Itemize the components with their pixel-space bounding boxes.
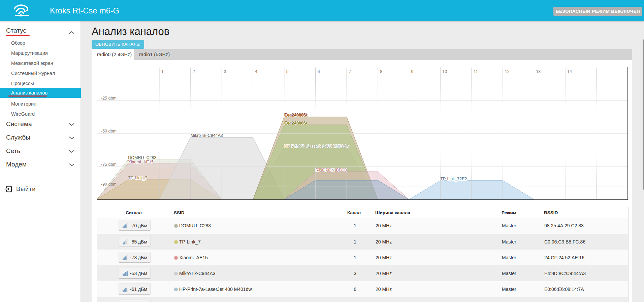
svg-text:Eec240805t: Eec240805t bbox=[285, 121, 308, 126]
svg-text:TP-Link_72E2: TP-Link_72E2 bbox=[440, 177, 467, 181]
svg-text:HP-Print-7a-LaserJet 400 M401d: HP-Print-7a-LaserJet 400 M401dw bbox=[284, 144, 349, 149]
svg-text:10: 10 bbox=[442, 69, 447, 74]
svg-text:8: 8 bbox=[380, 69, 382, 74]
svg-text:RT-GPON-BFC8: RT-GPON-BFC8 bbox=[316, 168, 347, 173]
svg-text:9: 9 bbox=[411, 69, 414, 74]
svg-text:6: 6 bbox=[318, 69, 320, 74]
svg-text:Eec240805t: Eec240805t bbox=[285, 113, 308, 118]
svg-text:Xiaomi_AE15: Xiaomi_AE15 bbox=[128, 160, 154, 164]
svg-text:5: 5 bbox=[286, 69, 289, 74]
svg-text:-50 dbm: -50 dbm bbox=[101, 129, 117, 134]
svg-text:-75 dbm: -75 dbm bbox=[101, 162, 117, 167]
svg-text:13: 13 bbox=[536, 69, 541, 74]
svg-text:TP-Link_7: TP-Link_7 bbox=[128, 176, 147, 180]
svg-text:7: 7 bbox=[349, 69, 351, 74]
svg-text:14: 14 bbox=[567, 69, 572, 74]
svg-text:-90 dbm: -90 dbm bbox=[101, 182, 117, 187]
svg-text:2: 2 bbox=[193, 69, 195, 74]
svg-text:11: 11 bbox=[474, 69, 478, 74]
svg-text:-25 dbm: -25 dbm bbox=[101, 96, 117, 101]
svg-text:DOMRU_C283: DOMRU_C283 bbox=[128, 155, 156, 160]
svg-text:3: 3 bbox=[224, 69, 226, 74]
svg-text:4: 4 bbox=[255, 69, 257, 74]
svg-text:1: 1 bbox=[161, 69, 164, 74]
svg-text:12: 12 bbox=[505, 69, 510, 74]
svg-text:MikroTik-C944A3: MikroTik-C944A3 bbox=[191, 133, 223, 138]
